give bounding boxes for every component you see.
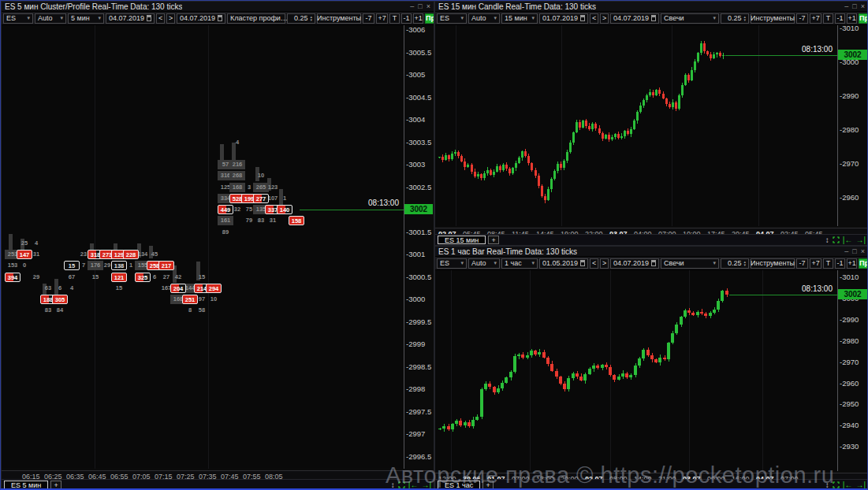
mode-select[interactable]: Auto▾	[35, 13, 66, 24]
autoscale-icon[interactable]: ↕	[825, 481, 829, 489]
mode-select[interactable]: Auto▾	[468, 13, 500, 24]
go-end-icon[interactable]: →|	[855, 481, 866, 489]
cluster-price-axis[interactable]: -3006-3005.5-3005-3004.5-3004-3003.5-300…	[404, 25, 434, 469]
calendar-icon[interactable]	[580, 15, 585, 21]
minus1-button[interactable]: -1	[835, 13, 845, 24]
candle-body	[542, 352, 546, 358]
chevron-down-icon: ▾	[60, 15, 63, 21]
minus7-button[interactable]: -7	[796, 258, 808, 269]
plus1-button[interactable]: +1	[413, 13, 423, 24]
calendar-icon[interactable]	[580, 260, 585, 266]
timeframe-select[interactable]: 1 час▾	[501, 258, 538, 269]
calendar-icon[interactable]	[218, 15, 222, 21]
close-icon[interactable]: ×	[427, 3, 430, 10]
date-to-field[interactable]: 04.07.2019	[610, 258, 659, 269]
next-date-button[interactable]: >	[166, 13, 175, 24]
minimize-icon[interactable]: –	[410, 3, 414, 10]
prev-date-button[interactable]: <	[590, 258, 598, 269]
candle-body	[609, 367, 612, 376]
candle-body	[531, 163, 533, 170]
go-start-icon[interactable]: |←	[843, 481, 853, 489]
candle-body	[484, 384, 487, 389]
tab-es-15min[interactable]: ES 15 мин	[438, 236, 486, 244]
tab-es-5min[interactable]: ES 5 мин	[4, 481, 48, 489]
prev-date-button[interactable]: <	[590, 13, 598, 24]
step-down-icon[interactable]: ▾	[743, 263, 746, 266]
plus1-button[interactable]: +1	[847, 258, 857, 269]
minus7-button[interactable]: -7	[363, 13, 374, 24]
timeframe-select[interactable]: 15 мин▾	[501, 13, 538, 24]
tick-step-stepper[interactable]: 0.25▴▾	[287, 13, 315, 24]
apply-button[interactable]: Применить	[859, 258, 868, 269]
cluster-cell: 15	[88, 273, 103, 282]
go-start-icon[interactable]: |←	[408, 481, 419, 489]
apply-button[interactable]: Применить	[859, 13, 868, 24]
maximize-icon[interactable]: □	[852, 3, 856, 10]
symbol-select[interactable]: ES▾	[437, 258, 467, 269]
add-tab-button[interactable]: +	[488, 236, 499, 244]
fit-chart-icon[interactable]	[833, 236, 840, 243]
tools-button[interactable]: Инструменты	[751, 13, 795, 24]
minimize-icon[interactable]: –	[844, 248, 848, 255]
apply-button[interactable]: Применить	[425, 13, 434, 24]
plus7-button[interactable]: +7	[810, 258, 821, 269]
bar-chart-plot[interactable]: 08:13:00	[435, 270, 837, 471]
symbol-select[interactable]: ES▾	[3, 13, 33, 24]
plus7-button[interactable]: +7	[810, 13, 821, 24]
close-icon[interactable]: ×	[861, 3, 865, 10]
go-end-icon[interactable]: →|	[421, 481, 431, 489]
add-tab-button[interactable]: +	[50, 481, 61, 489]
tick-step-stepper[interactable]: 0.25▴▾	[721, 258, 749, 269]
prev-date-button[interactable]: <	[156, 13, 165, 24]
chart-type-select[interactable]: Свечи▾	[661, 13, 719, 24]
next-date-button[interactable]: >	[600, 13, 609, 24]
calendar-icon[interactable]	[651, 260, 656, 266]
minus7-button[interactable]: -7	[796, 13, 808, 24]
candle-price-axis[interactable]: -3010-3000-2990-2980-2970-29603002	[837, 25, 868, 226]
fit-chart-icon[interactable]	[398, 481, 405, 488]
cluster-cell: 268	[229, 171, 245, 180]
maximize-icon[interactable]: □	[418, 3, 422, 10]
bar-price-axis[interactable]: -3010-3000-2990-2980-2970-2960-2950-2940…	[837, 270, 868, 471]
minus1-button[interactable]: -1	[835, 258, 845, 269]
candle-body	[594, 124, 597, 128]
add-tab-button[interactable]: +	[482, 481, 494, 489]
plus7-button[interactable]: +7	[376, 13, 388, 24]
tools-button[interactable]: Инструменты	[317, 13, 361, 24]
autoscale-icon[interactable]: ↕	[391, 481, 395, 489]
tab-es-1h[interactable]: ES 1 час	[438, 481, 480, 489]
go-end-icon[interactable]: →|	[855, 236, 866, 244]
close-icon[interactable]: ×	[861, 248, 865, 255]
calendar-icon[interactable]	[147, 15, 151, 21]
mode-select[interactable]: Auto▾	[468, 258, 500, 269]
t-button[interactable]: T	[823, 13, 833, 24]
fit-chart-icon[interactable]	[833, 481, 840, 488]
t-button[interactable]: T	[389, 13, 400, 24]
minus1-button[interactable]: -1	[401, 13, 412, 24]
next-date-button[interactable]: >	[600, 258, 609, 269]
maximize-icon[interactable]: □	[852, 248, 856, 255]
minimize-icon[interactable]: –	[844, 3, 848, 10]
autoscale-icon[interactable]: ↕	[825, 236, 829, 244]
step-down-icon[interactable]: ▾	[743, 18, 746, 21]
cluster-chart-plot[interactable]: 2531533942514704312963188836305841567423…	[2, 25, 404, 469]
symbol-select[interactable]: ES▾	[437, 13, 467, 24]
calendar-icon[interactable]	[651, 15, 656, 21]
timeframe-select[interactable]: 5 мин▾	[68, 13, 104, 24]
date-to-field[interactable]: 04.07.2019	[177, 13, 225, 24]
date-from-field[interactable]: 04.07.2019	[106, 13, 155, 24]
date-from-field[interactable]: 01.05.2019	[539, 258, 588, 269]
date-from-field[interactable]: 01.07.2019	[539, 13, 588, 24]
go-start-icon[interactable]: |←	[843, 236, 853, 244]
date-to-field[interactable]: 04.07.2019	[610, 13, 659, 24]
current-price-badge: 3002	[404, 204, 433, 214]
price-tick: -3005.5	[406, 48, 431, 57]
chart-type-select[interactable]: Свечи▾	[661, 258, 719, 269]
t-button[interactable]: T	[823, 258, 833, 269]
step-down-icon[interactable]: ▾	[310, 18, 312, 21]
candle-chart-plot[interactable]: 08:13:00	[435, 25, 837, 226]
plus1-button[interactable]: +1	[847, 13, 857, 24]
tools-button[interactable]: Инструменты	[751, 258, 795, 269]
chart-type-select[interactable]: Кластер профи…▾	[227, 13, 285, 24]
tick-step-stepper[interactable]: 0.25▴▾	[721, 13, 749, 24]
